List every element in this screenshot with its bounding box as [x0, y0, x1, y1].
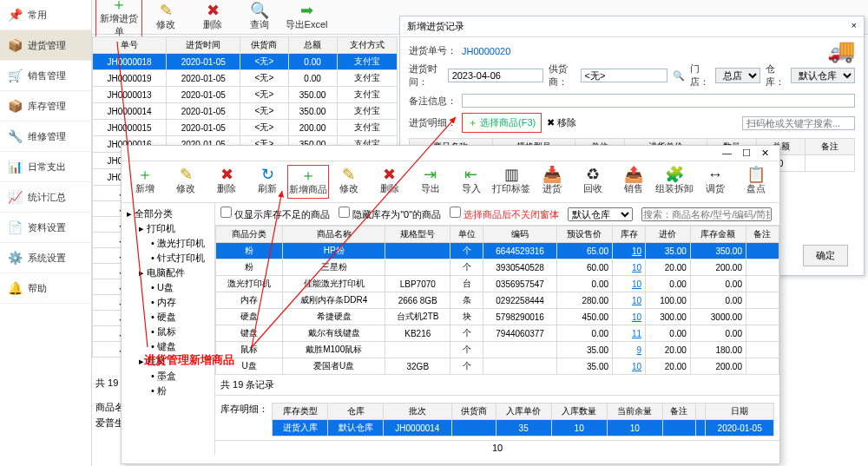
- product-picker: — ☐ ✕ ＋新增 ✎修改 ✖删除 ↻刷新 ＋新增商品 ✎修改 ✖删除 ⇥导出 …: [121, 145, 780, 464]
- plus-icon: ＋: [96, 0, 141, 12]
- remark-input[interactable]: [462, 94, 855, 108]
- ptb-in[interactable]: 📥进货: [532, 165, 573, 199]
- chk-low[interactable]: 仅显示库存不足的商品: [220, 207, 330, 221]
- ptb-pedit[interactable]: ✎修改: [329, 165, 370, 199]
- wh-label: 仓库：: [766, 62, 786, 89]
- side-repair[interactable]: 🔧维修管理: [0, 121, 91, 152]
- ptb-pdel[interactable]: ✖删除: [369, 165, 410, 199]
- home-icon: 📌: [7, 8, 23, 22]
- sidebar: 📌常用 📦进货管理 🛒销售管理 📦库存管理 🔧维修管理 📊日常支出 📈统计汇总 …: [0, 0, 92, 466]
- win-close[interactable]: ✕: [756, 148, 774, 159]
- pkg-icon: 📦: [7, 38, 23, 52]
- x-icon: ✖: [207, 167, 247, 182]
- order-row[interactable]: JH00000142020-01-05<无>350.00支付宝: [93, 103, 398, 120]
- side-purchase[interactable]: 📦进货管理: [0, 30, 91, 61]
- supplier-input[interactable]: [581, 69, 667, 82]
- doc-icon: 📄: [7, 220, 23, 234]
- ptb-ret[interactable]: ♻回收: [573, 165, 614, 199]
- orderno-value: JH0000020: [462, 46, 510, 56]
- annotation-text: 进货管理新增商品: [144, 352, 234, 368]
- scan-input[interactable]: [742, 116, 855, 130]
- product-row[interactable]: 鼠标戴胜M100鼠标个35.00920.00180.00: [216, 342, 779, 358]
- tb-edit[interactable]: ✎修改: [142, 1, 189, 33]
- chk-keep[interactable]: 选择商品后不关闭窗体: [450, 207, 559, 221]
- side-help[interactable]: 🔔帮助: [0, 273, 91, 304]
- tree-node[interactable]: • 内存: [125, 295, 211, 310]
- plus-icon: ＋: [125, 167, 166, 182]
- dlg-close[interactable]: ×: [852, 20, 857, 33]
- tree-node[interactable]: • U盘: [125, 280, 211, 295]
- win-min[interactable]: —: [717, 148, 737, 159]
- order-row[interactable]: JH00000192020-01-05<无>0.00支付宝: [93, 70, 398, 87]
- product-row[interactable]: 激光打印机佳能激光打印机LBP7070台03569575470.00100.00…: [216, 276, 779, 292]
- product-row[interactable]: 内存威刚内存条DDR42666 8GB条0292258444280.001010…: [216, 292, 779, 309]
- product-row[interactable]: 粉HP粉个664452931665.001035.00350.00: [216, 243, 779, 259]
- ptb-sell[interactable]: 📤销售: [614, 165, 654, 199]
- chk-zero[interactable]: 隐藏库存为"0"的商品: [339, 207, 441, 221]
- ptb-adj[interactable]: ↔调货: [694, 165, 735, 199]
- side-sales[interactable]: 🛒销售管理: [0, 61, 91, 91]
- tree-node[interactable]: • 激光打印机: [125, 236, 211, 251]
- tree-node[interactable]: • 硬盘: [125, 310, 211, 325]
- side-stock[interactable]: 📦库存管理: [0, 91, 91, 121]
- win-max[interactable]: ☐: [737, 148, 756, 159]
- x-icon: ✖: [547, 117, 555, 128]
- tb-add[interactable]: ＋新增进货单: [95, 0, 142, 41]
- side-common[interactable]: 📌常用: [0, 0, 91, 30]
- tree-node[interactable]: • 墨盒: [125, 369, 211, 384]
- ptb-export[interactable]: ⇥导出: [410, 165, 450, 199]
- tree-node[interactable]: • 粉: [125, 384, 211, 398]
- tree-node[interactable]: ▸ 打印机: [125, 221, 211, 236]
- category-tree: ▸ 全部分类▸ 打印机• 激光打印机• 针式打印机▸ 电脑配件• U盘• 内存•…: [122, 203, 215, 455]
- ptb-asm[interactable]: 🧩组装拆卸: [654, 165, 694, 199]
- side-sys[interactable]: ⚙️系统设置: [0, 243, 91, 273]
- product-row[interactable]: 键盘戴尔有线键盘KB216个79440603770.00110.000.00: [216, 325, 779, 342]
- tree-node[interactable]: • 鼠标: [125, 325, 211, 339]
- order-row[interactable]: JH00000132020-01-05<无>350.00支付宝: [93, 87, 398, 103]
- tb-search[interactable]: 🔍查询: [236, 1, 283, 33]
- dlg-title: 新增进货记录: [407, 20, 464, 33]
- ptb-addprod[interactable]: ＋新增商品: [287, 165, 328, 199]
- ok-button[interactable]: 确定: [803, 245, 848, 266]
- product-row[interactable]: 粉三星粉个393054052860.001020.00200.00: [216, 259, 779, 276]
- store-select[interactable]: 总店: [715, 68, 760, 83]
- pencil-icon: ✎: [142, 3, 189, 18]
- export-icon: ⇥: [410, 167, 450, 182]
- remove-button[interactable]: ✖ 移除: [547, 116, 576, 129]
- side-expense[interactable]: 📊日常支出: [0, 152, 91, 182]
- ptb-chk[interactable]: 📋盘点: [735, 165, 776, 199]
- barcode-icon: ▥: [491, 167, 532, 182]
- pencil-icon: ✎: [329, 167, 370, 182]
- order-row[interactable]: JH00000182020-01-05<无>0.00支付宝: [93, 54, 398, 70]
- ptb-import[interactable]: ⇤导入: [450, 165, 491, 199]
- search-icon[interactable]: 🔍: [673, 70, 685, 82]
- tree-node[interactable]: • 针式打印机: [125, 251, 211, 266]
- check-icon: 📋: [735, 167, 776, 182]
- out-icon: 📤: [614, 167, 654, 182]
- product-row[interactable]: 硬盘希捷硬盘台式机2TB块5798290016450.0010300.00300…: [216, 309, 779, 325]
- tree-node[interactable]: ▸ 电脑配件: [125, 266, 211, 280]
- recycle-icon: ♻: [573, 167, 614, 182]
- truck-icon: 🚚: [827, 37, 855, 64]
- remark-label: 备注信息：: [409, 95, 457, 108]
- tb-export[interactable]: ➡导出Excel: [283, 1, 330, 33]
- side-stats[interactable]: 📈统计汇总: [0, 182, 91, 213]
- tree-node[interactable]: ▸ 全部分类: [125, 207, 211, 221]
- inv-row[interactable]: 进货入库默认仓库JH00000143510102020-01-05: [273, 420, 774, 436]
- wh-select[interactable]: 默认仓库: [791, 68, 855, 83]
- ptb-edit[interactable]: ✎修改: [166, 165, 207, 199]
- wh-filter[interactable]: 默认仓库: [568, 207, 633, 221]
- ptb-del[interactable]: ✖删除: [207, 165, 247, 199]
- ptb-print[interactable]: ▥打印标签: [491, 165, 532, 199]
- date-input[interactable]: [448, 69, 543, 82]
- asm-icon: 🧩: [654, 167, 694, 182]
- product-row[interactable]: U盘爱国者U盘32GB个35.001020.00200.00: [216, 358, 779, 375]
- tb-del[interactable]: ✖删除: [189, 1, 236, 33]
- order-row[interactable]: JH00000152020-01-05<无>200.00支付宝: [93, 120, 398, 136]
- ptb-add[interactable]: ＋新增: [125, 165, 166, 199]
- inv-label: 库存明细：: [220, 399, 268, 416]
- ptb-refresh[interactable]: ↻刷新: [247, 165, 288, 199]
- side-data[interactable]: 📄资料设置: [0, 213, 91, 243]
- prod-search[interactable]: [641, 207, 772, 221]
- select-product-button[interactable]: ＋ 选择商品(F3): [462, 113, 542, 133]
